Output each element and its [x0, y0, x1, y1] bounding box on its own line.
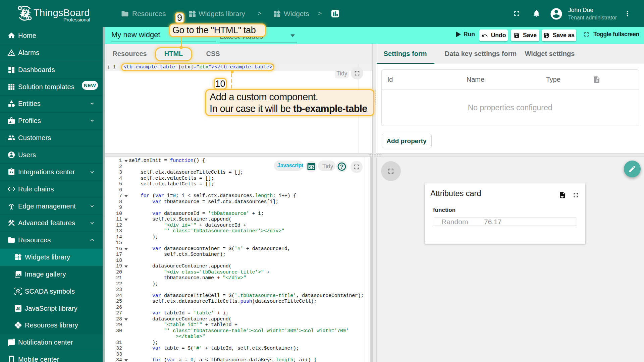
svg-text:?: ? — [340, 164, 343, 170]
svg-text:JS: JS — [16, 307, 20, 311]
